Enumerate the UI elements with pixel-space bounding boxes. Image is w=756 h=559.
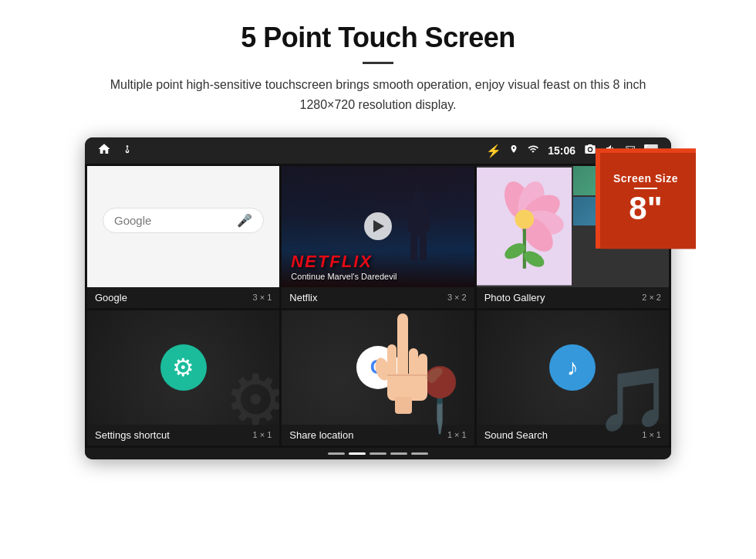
google-app-tile[interactable]: Google 🎤 Google 3 × 1 bbox=[87, 166, 279, 308]
app-grid: Google 🎤 Google 3 × 1 bbox=[85, 164, 671, 448]
page-dot-3 bbox=[370, 452, 386, 455]
bluetooth-icon: ⚡ bbox=[486, 144, 501, 158]
google-maps-icon: G 📍 bbox=[356, 346, 400, 389]
device-wrapper: Screen Size 8" ⚡ bbox=[85, 137, 671, 459]
status-time: 15:06 bbox=[548, 144, 575, 157]
netflix-tile-content: NETFLIX Continue Marvel's Daredevil bbox=[282, 166, 474, 287]
status-left-icons bbox=[97, 142, 133, 159]
device-screen: ⚡ 15:06 ☒ bbox=[85, 137, 671, 459]
settings-tile-content: ⚙ ⚙ bbox=[87, 310, 279, 425]
netflix-subtitle: Continue Marvel's Daredevil bbox=[291, 272, 397, 281]
page-indicators bbox=[85, 448, 671, 459]
netflix-app-size: 3 × 2 bbox=[447, 293, 467, 302]
gallery-tile-footer: Photo Gallery 2 × 2 bbox=[477, 287, 669, 308]
netflix-tile-footer: Netflix 3 × 2 bbox=[282, 287, 474, 308]
share-tile-content: 📍 G 📍 bbox=[282, 310, 474, 425]
netflix-app-tile[interactable]: NETFLIX Continue Marvel's Daredevil Netf… bbox=[282, 166, 474, 308]
page-dot-5 bbox=[411, 452, 428, 455]
location-icon bbox=[509, 143, 518, 158]
gallery-app-name: Photo Gallery bbox=[484, 292, 545, 303]
page-title: 5 Point Touch Screen bbox=[46, 22, 710, 54]
play-triangle-icon bbox=[373, 220, 384, 232]
page-dot-4 bbox=[390, 452, 407, 455]
screen-badge: Screen Size 8" bbox=[596, 148, 696, 249]
usb-icon bbox=[122, 142, 133, 159]
badge-size: 8" bbox=[629, 192, 662, 225]
svg-rect-4 bbox=[410, 233, 417, 260]
gallery-app-size: 2 × 2 bbox=[642, 293, 661, 302]
page-dot-2 bbox=[349, 452, 366, 455]
svg-point-12 bbox=[515, 210, 534, 229]
google-tile-content: Google 🎤 bbox=[87, 166, 279, 287]
settings-gear-icon: ⚙ bbox=[160, 344, 207, 391]
maps-pin-icon: 📍 bbox=[387, 375, 403, 391]
sound-tile-content: 🎵 ♪ bbox=[477, 310, 669, 425]
gear-symbol: ⚙ bbox=[172, 353, 194, 382]
svg-point-0 bbox=[412, 191, 424, 205]
badge-label: Screen Size bbox=[613, 172, 678, 185]
google-logo: Google bbox=[114, 214, 237, 227]
share-bg-icon: 📍 bbox=[401, 364, 478, 436]
sound-app-name: Sound Search bbox=[484, 429, 548, 441]
svg-rect-16 bbox=[397, 313, 408, 360]
settings-gear-bg-icon: ⚙ bbox=[224, 359, 279, 440]
sound-search-app-tile[interactable]: 🎵 ♪ Sound Search 1 × 1 bbox=[477, 310, 669, 446]
google-tile-footer: Google 3 × 1 bbox=[87, 287, 279, 308]
title-divider bbox=[363, 62, 393, 64]
google-app-size: 3 × 1 bbox=[253, 293, 272, 302]
svg-rect-5 bbox=[420, 233, 427, 260]
share-app-name: Share location bbox=[289, 429, 353, 441]
camera-icon bbox=[583, 143, 597, 158]
mic-icon: 🎤 bbox=[237, 213, 252, 228]
gallery-photo-main bbox=[477, 166, 572, 287]
settings-app-name: Settings shortcut bbox=[95, 429, 170, 441]
status-bar: ⚡ 15:06 ☒ bbox=[85, 137, 671, 164]
netflix-logo: NETFLIX bbox=[291, 253, 397, 270]
google-app-name: Google bbox=[95, 292, 127, 303]
netflix-app-name: Netflix bbox=[289, 292, 317, 303]
share-location-app-tile[interactable]: 📍 G 📍 bbox=[282, 310, 474, 446]
page-dot-1 bbox=[328, 452, 345, 455]
music-note-icon: ♪ bbox=[567, 354, 579, 381]
badge-divider bbox=[634, 188, 657, 189]
home-icon bbox=[97, 142, 111, 159]
svg-rect-3 bbox=[422, 208, 430, 232]
wifi-icon bbox=[526, 144, 540, 158]
play-button[interactable] bbox=[364, 212, 392, 240]
netflix-text-overlay: NETFLIX Continue Marvel's Daredevil bbox=[291, 253, 397, 281]
google-search-bar[interactable]: Google 🎤 bbox=[103, 208, 264, 233]
svg-rect-2 bbox=[407, 208, 415, 232]
page-description: Multiple point high-sensitive touchscree… bbox=[85, 75, 671, 114]
settings-app-tile[interactable]: ⚙ ⚙ Settings shortcut 1 × 1 bbox=[87, 310, 279, 446]
sound-icon-circle: ♪ bbox=[549, 344, 596, 391]
page-header: 5 Point Touch Screen Multiple point high… bbox=[0, 0, 756, 124]
sound-bg-icon: 🎵 bbox=[596, 364, 669, 436]
maps-g-letter: G bbox=[370, 355, 386, 379]
